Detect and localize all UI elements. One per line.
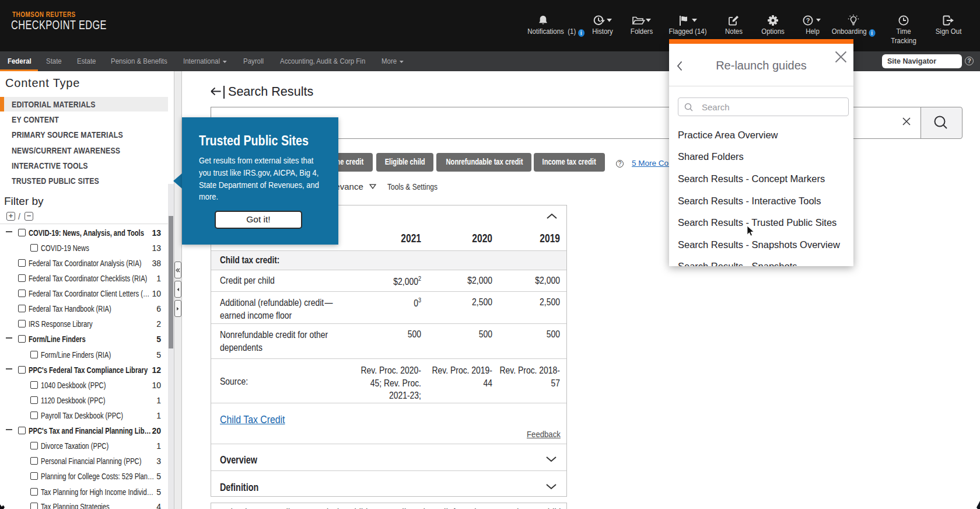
svg-text:?: ? xyxy=(806,17,810,24)
